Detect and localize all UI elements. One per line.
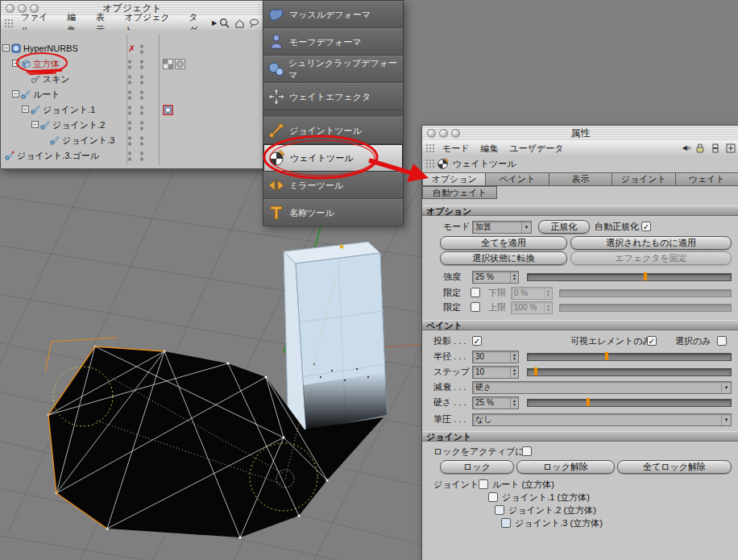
stepper[interactable]: ▲▼	[544, 302, 552, 313]
tree-label[interactable]: ジョイント.3.ゴール	[17, 148, 99, 164]
window-zoom-button[interactable]	[451, 129, 460, 138]
stepper-down-icon[interactable]: ▼	[512, 357, 516, 361]
projection-checkbox[interactable]: ✓	[472, 336, 482, 346]
tab-options[interactable]: オプション	[422, 172, 485, 186]
lock-icon[interactable]	[694, 143, 706, 154]
window-close-button[interactable]	[6, 4, 15, 13]
search-icon[interactable]	[218, 18, 230, 29]
collapse-icon[interactable]: −	[12, 60, 19, 67]
tree-label[interactable]: 立方体	[33, 56, 60, 72]
stepper[interactable]: ▲▼	[510, 272, 518, 283]
tool-muscle-deformer[interactable]: マッスルデフォーマ	[263, 1, 403, 28]
stepper-down-icon[interactable]: ▼	[512, 372, 516, 376]
stepper-down-icon[interactable]: ▼	[512, 403, 516, 407]
menu-overflow-icon[interactable]: ▶	[212, 18, 217, 29]
tab-weights[interactable]: ウェイト	[675, 172, 738, 186]
visible-only-checkbox[interactable]: ✓	[647, 336, 657, 346]
stepper-down-icon[interactable]: ▼	[512, 277, 516, 281]
tree-label[interactable]: ジョイント.3	[62, 133, 114, 148]
hardness-slider[interactable]	[527, 399, 732, 407]
visibility-dots[interactable]	[127, 135, 151, 147]
tool-joint-tool[interactable]: ジョイントツール	[263, 117, 403, 144]
joint-item-label[interactable]: ジョイント.1 (立方体)	[502, 491, 590, 504]
pressure-dropdown[interactable]: なし ▼	[472, 413, 732, 426]
upper-field[interactable]: 100 % ▲▼	[511, 301, 553, 314]
visibility-dots[interactable]	[127, 74, 151, 85]
tree-row-cube[interactable]: − 立方体	[1, 56, 263, 72]
lock-active-checkbox[interactable]	[522, 446, 532, 456]
joint-list-item[interactable]: ジョイント.1 (立方体)	[422, 491, 738, 504]
tree-row-skin[interactable]: スキン	[1, 72, 263, 87]
joint-list-item[interactable]: ジョイント.2 (立方体)	[422, 504, 738, 517]
joint-item-label[interactable]: ジョイント.3 (立方体)	[515, 516, 603, 529]
visibility-dots[interactable]	[139, 44, 151, 55]
collapse-icon[interactable]: −	[22, 106, 29, 113]
window-close-button[interactable]	[427, 129, 436, 138]
radius-field[interactable]: 30 ▲▼	[472, 351, 519, 363]
tool-shrinkwrap-deformer[interactable]: シュリンクラップデフォーマ	[263, 56, 403, 83]
visibility-dots[interactable]	[127, 59, 151, 70]
tree-row-joint3-goal[interactable]: ジョイント.3.ゴール	[1, 148, 263, 164]
tree-label[interactable]: スキン	[43, 72, 70, 87]
lock-button[interactable]: ロック	[440, 460, 514, 474]
menu-mode[interactable]: モード	[437, 142, 475, 155]
tree-row-root[interactable]: − ルート	[1, 87, 263, 102]
joint-item-label[interactable]: ジョイント.2 (立方体)	[508, 504, 596, 516]
tree-label[interactable]: ジョイント.1	[43, 102, 95, 118]
tree-row-joint2[interactable]: − ジョイント.2	[1, 118, 263, 133]
tab-display[interactable]: 表示	[549, 172, 612, 186]
tree-row-hypernurbs[interactable]: − HyperNURBS ✗	[1, 41, 263, 56]
lasso-icon[interactable]	[248, 18, 260, 29]
unlock-button[interactable]: ロック解除	[516, 460, 615, 474]
joint-list-item[interactable]: ジョイント.3 (立方体)	[422, 516, 738, 530]
dropdown-arrow-icon[interactable]: ▼	[721, 382, 731, 393]
lower-field[interactable]: 0 % ▲▼	[511, 287, 553, 300]
tree-label[interactable]: ルート	[33, 87, 60, 102]
tree-label[interactable]: ジョイント.2	[52, 118, 105, 133]
stepper-down-icon[interactable]: ▼	[546, 293, 550, 297]
normalize-button[interactable]: 正規化	[538, 220, 590, 234]
stepper-down-icon[interactable]: ▼	[546, 308, 550, 312]
joint-item-label[interactable]: ルート (立方体)	[492, 478, 554, 491]
apply-all-button[interactable]: 全てを適用	[440, 236, 567, 250]
slider-handle[interactable]	[534, 367, 537, 375]
phong-tag-icon[interactable]	[175, 59, 185, 69]
mode-dropdown[interactable]: 加算 ▼	[472, 221, 532, 234]
joint-list-item[interactable]: ルート (立方体)	[422, 478, 738, 492]
falloff-dropdown[interactable]: 硬さ ▼	[472, 381, 732, 394]
stepper[interactable]: ▲▼	[544, 288, 552, 299]
limit-lower-checkbox[interactable]	[471, 288, 480, 297]
strength-field[interactable]: 25 % ▲▼	[472, 271, 519, 284]
tab-joints[interactable]: ジョイント	[612, 172, 674, 186]
visibility-dots[interactable]	[127, 89, 151, 101]
weight-tag-icon[interactable]	[163, 105, 173, 115]
stepper[interactable]: ▲▼	[510, 397, 518, 409]
convert-selection-button[interactable]: 選択状態に転換	[440, 251, 567, 265]
attributes-titlebar[interactable]: 属性	[422, 126, 738, 142]
tab-paint[interactable]: ペイント	[485, 172, 548, 186]
palette-grip-icon[interactable]	[4, 19, 13, 28]
unlock-all-button[interactable]: 全てロック解除	[617, 460, 732, 474]
history-forward-icon[interactable]: ▶	[687, 143, 692, 154]
window-minimize-button[interactable]	[439, 129, 448, 138]
fix-effector-button[interactable]: エフェクタを固定	[570, 251, 732, 265]
tool-mirror-tool[interactable]: ミラーツール	[263, 172, 403, 199]
section-joints[interactable]: ジョイント	[422, 431, 738, 442]
hardness-field[interactable]: 25 % ▲▼	[472, 396, 519, 409]
home-icon[interactable]	[234, 18, 246, 29]
section-paint[interactable]: ペイント	[422, 320, 738, 330]
dropdown-arrow-icon[interactable]: ▼	[521, 222, 531, 233]
radius-slider[interactable]	[527, 353, 732, 361]
menu-userdata[interactable]: ユーザデータ	[504, 142, 570, 155]
limit-upper-checkbox[interactable]	[471, 302, 480, 312]
slider-handle[interactable]	[644, 272, 647, 280]
tool-weight-tool[interactable]: ウェイトツール	[263, 144, 403, 172]
joint-checkbox[interactable]	[501, 518, 511, 528]
visibility-dots[interactable]	[127, 120, 151, 131]
collapse-icon[interactable]: −	[31, 121, 39, 128]
tree-label[interactable]: HyperNURBS	[23, 41, 78, 56]
slider-handle[interactable]	[605, 352, 608, 360]
texture-tag-icon[interactable]	[163, 59, 173, 69]
collapse-icon[interactable]: −	[12, 90, 19, 97]
apply-selected-button[interactable]: 選択されたものに適用	[570, 236, 732, 250]
